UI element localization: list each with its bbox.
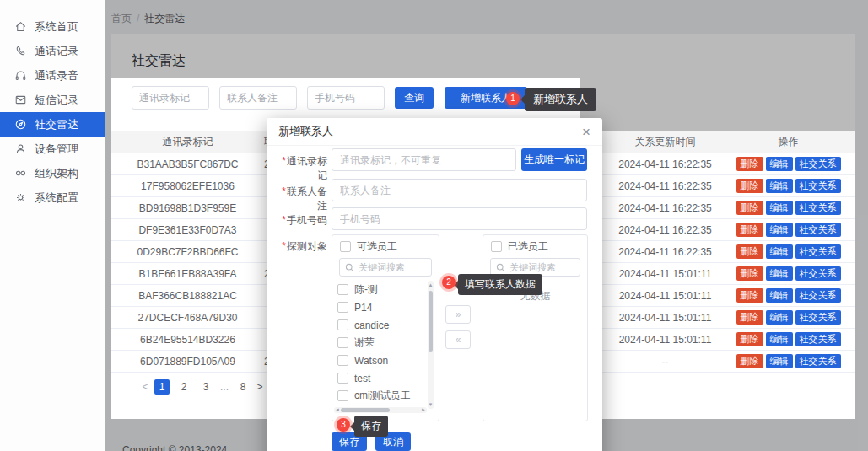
page-1[interactable]: 1 <box>154 379 170 395</box>
employee-option[interactable]: P14 <box>337 298 425 316</box>
query-button[interactable]: 查询 <box>395 87 434 109</box>
page-8[interactable]: 8 <box>235 379 251 395</box>
sidebar-item-call-audio[interactable]: 通话录音 <box>0 63 105 88</box>
next-page-arrow[interactable]: > <box>254 381 266 393</box>
cell-tag: B1BE661EB88A39FA <box>111 268 264 280</box>
source-search-box[interactable]: 关键词搜索 <box>339 258 432 277</box>
social-relation-button[interactable]: 社交关系 <box>795 157 841 171</box>
select-all-source-checkbox[interactable] <box>340 241 351 252</box>
move-to-selected-button[interactable]: » <box>445 305 471 324</box>
social-relation-button[interactable]: 社交关系 <box>795 179 841 193</box>
delete-button[interactable]: 删除 <box>736 310 763 325</box>
employee-option[interactable]: Watson <box>337 352 425 369</box>
scrollbar-thumb[interactable] <box>429 291 433 352</box>
cell-time: -- <box>608 356 722 368</box>
social-relation-button[interactable]: 社交关系 <box>795 201 841 215</box>
delete-button[interactable]: 删除 <box>736 201 763 215</box>
employee-checkbox[interactable] <box>337 390 348 401</box>
filter-phone-input[interactable] <box>307 86 385 110</box>
page-3[interactable]: 3 <box>198 379 213 395</box>
selected-search-placeholder: 关键词搜索 <box>509 261 556 274</box>
contact-tag-input[interactable] <box>332 148 516 171</box>
employee-checkbox[interactable] <box>337 373 348 384</box>
social-relation-button[interactable]: 社交关系 <box>795 332 841 346</box>
breadcrumb-home[interactable]: 首页 <box>111 13 132 24</box>
delete-button[interactable]: 删除 <box>736 288 763 303</box>
delete-button[interactable]: 删除 <box>736 179 763 193</box>
employee-option[interactable]: 谢荣 <box>337 334 425 352</box>
edit-button[interactable]: 编辑 <box>766 310 793 325</box>
headset-icon <box>14 69 27 82</box>
close-icon[interactable]: × <box>582 125 590 139</box>
social-relation-button[interactable]: 社交关系 <box>795 310 841 325</box>
edit-button[interactable]: 编辑 <box>766 201 793 215</box>
delete-button[interactable]: 删除 <box>736 266 763 281</box>
edit-button[interactable]: 编辑 <box>766 244 793 259</box>
employee-checkbox[interactable] <box>337 302 348 313</box>
sidebar-item-call-records[interactable]: 通话记录 <box>0 39 105 63</box>
cell-tag: 0D29BC7F2BBD66FC <box>111 246 264 258</box>
sidebar-item-devices[interactable]: 设备管理 <box>0 137 105 161</box>
cell-time: 2024-04-11 16:22:35 <box>608 180 722 192</box>
edit-button[interactable]: 编辑 <box>766 332 793 346</box>
employee-option[interactable]: cmi测试员工 <box>337 387 425 405</box>
sidebar-item-label: 通话录音 <box>35 68 78 83</box>
delete-button[interactable]: 删除 <box>736 354 763 368</box>
sidebar-item-label: 设备管理 <box>35 142 78 157</box>
edit-button[interactable]: 编辑 <box>766 288 793 303</box>
employee-option[interactable]: candice <box>337 316 425 334</box>
scroll-right-arrow[interactable]: ► <box>421 407 426 413</box>
delete-button[interactable]: 删除 <box>736 332 763 346</box>
filter-tag-input[interactable] <box>132 86 209 110</box>
scroll-left-arrow[interactable]: ◄ <box>335 407 340 413</box>
employee-checkbox[interactable] <box>337 319 348 330</box>
person-icon <box>14 142 27 155</box>
select-all-selected-checkbox[interactable] <box>491 241 502 252</box>
edit-button[interactable]: 编辑 <box>766 157 793 171</box>
edit-button[interactable]: 编辑 <box>766 354 793 368</box>
contact-phone-input[interactable] <box>332 207 587 230</box>
employee-option[interactable]: 陈-测 <box>337 281 425 298</box>
employee-label: P14 <box>354 302 372 314</box>
edit-button[interactable]: 编辑 <box>766 223 793 237</box>
scroll-down-arrow[interactable]: ▼ <box>428 401 434 408</box>
transfer-source-title: 可选员工 <box>357 239 397 254</box>
sidebar-item-organization[interactable]: 组织架构 <box>0 161 105 185</box>
delete-button[interactable]: 删除 <box>736 223 763 237</box>
employee-label: Watson <box>354 355 388 367</box>
edit-button[interactable]: 编辑 <box>766 179 793 193</box>
sidebar-item-home[interactable]: 系统首页 <box>0 14 105 39</box>
employee-checkbox[interactable] <box>337 337 348 348</box>
delete-button[interactable]: 删除 <box>736 244 763 259</box>
horizontal-scrollbar[interactable]: ◄ ► <box>334 407 427 413</box>
employee-option[interactable]: test <box>337 369 425 387</box>
move-to-source-button[interactable]: « <box>445 330 471 349</box>
contact-note-input[interactable] <box>332 179 587 201</box>
field-label-tag: *通讯录标记 <box>273 154 327 183</box>
scrollbar-thumb[interactable] <box>341 408 390 412</box>
scroll-up-arrow[interactable]: ▲ <box>428 282 434 288</box>
page-2[interactable]: 2 <box>176 379 191 395</box>
prev-page-arrow[interactable]: < <box>139 381 151 393</box>
social-relation-button[interactable]: 社交关系 <box>795 266 841 281</box>
employee-checkbox[interactable] <box>337 284 348 295</box>
social-relation-button[interactable]: 社交关系 <box>795 288 841 303</box>
source-employee-list: 陈-测 P14 candice 谢荣 Watson test cmi测试员工 <box>337 281 425 409</box>
employee-checkbox[interactable] <box>337 355 348 366</box>
field-label-phone: *手机号码 <box>273 213 327 228</box>
breadcrumb-current: 社交雷达 <box>144 13 185 24</box>
transfer-selected-header: 已选员工 <box>483 235 587 257</box>
employee-label: 谢荣 <box>354 336 375 350</box>
filter-note-input[interactable] <box>219 86 297 110</box>
sidebar-item-settings[interactable]: 系统配置 <box>0 185 105 210</box>
sidebar-item-social-radar[interactable]: 社交雷达 <box>0 112 105 137</box>
generate-tag-button[interactable]: 生成唯一标记 <box>521 148 587 171</box>
vertical-scrollbar[interactable]: ▲ ▼ <box>428 281 434 409</box>
social-relation-button[interactable]: 社交关系 <box>795 244 841 259</box>
delete-button[interactable]: 删除 <box>736 157 763 171</box>
col-header-action: 操作 <box>722 135 855 149</box>
social-relation-button[interactable]: 社交关系 <box>795 223 841 237</box>
sidebar-item-sms[interactable]: 短信记录 <box>0 88 105 112</box>
edit-button[interactable]: 编辑 <box>766 266 793 281</box>
social-relation-button[interactable]: 社交关系 <box>795 354 841 368</box>
